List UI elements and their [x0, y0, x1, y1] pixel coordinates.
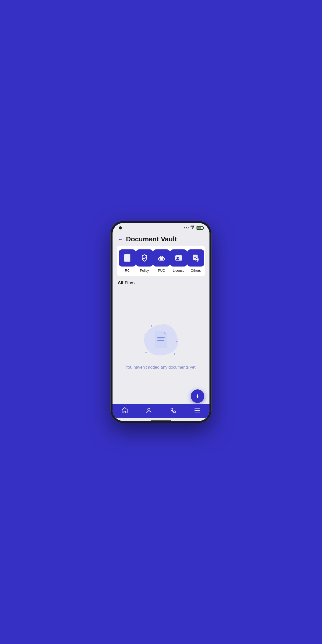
rc-icon-box — [119, 249, 136, 267]
back-button[interactable]: ← — [118, 236, 123, 243]
category-rc[interactable]: RC — [119, 249, 136, 272]
policy-label: Policy — [140, 269, 149, 272]
svg-rect-13 — [180, 257, 181, 257]
svg-rect-17 — [194, 257, 196, 257]
others-icon-box — [187, 249, 204, 267]
puc-icon — [157, 253, 166, 263]
status-right: ⚡ — [184, 226, 203, 230]
svg-rect-3 — [125, 258, 128, 258]
empty-message: You haven't added any documents yet. — [125, 364, 197, 370]
phone-frame: ⚡ ← Document Vault — [110, 221, 212, 423]
bottom-nav — [113, 404, 209, 418]
sparkle-3: ✦ — [145, 351, 147, 354]
status-left — [119, 226, 122, 229]
camera-dot — [119, 226, 122, 229]
svg-rect-14 — [180, 258, 181, 258]
wifi-icon — [190, 226, 195, 230]
nav-profile[interactable] — [145, 407, 152, 414]
add-document-button[interactable]: + — [191, 389, 204, 403]
policy-icon — [140, 253, 149, 263]
main-content: ← Document Vault — [113, 232, 209, 404]
nav-call[interactable] — [170, 407, 177, 414]
home-indicator — [151, 420, 171, 421]
svg-rect-16 — [194, 256, 197, 256]
nav-menu[interactable] — [194, 407, 201, 414]
sparkle-6: ○ — [144, 333, 145, 335]
signal-icon — [184, 227, 189, 228]
others-icon — [191, 253, 200, 263]
svg-rect-22 — [157, 337, 165, 338]
license-icon-box — [170, 249, 187, 267]
svg-rect-2 — [125, 257, 129, 257]
category-others[interactable]: Others — [187, 249, 204, 272]
phone-icon — [170, 407, 177, 414]
page-title: Document Vault — [126, 235, 177, 243]
svg-rect-24 — [157, 340, 164, 341]
svg-point-12 — [177, 257, 179, 259]
rc-label: RC — [125, 269, 130, 272]
category-license[interactable]: License — [170, 249, 187, 272]
svg-point-25 — [148, 408, 150, 410]
empty-state: ✦ ✦ ✦ ✦ ✦ ○ You haven't added any docume… — [113, 288, 209, 404]
license-icon — [174, 253, 183, 263]
sparkle-2: ✦ — [170, 322, 172, 325]
svg-rect-1 — [125, 256, 130, 256]
menu-icon — [194, 407, 201, 414]
status-bar: ⚡ — [113, 223, 209, 232]
sparkle-5: ✦ — [176, 340, 178, 344]
license-label: License — [173, 269, 185, 272]
svg-rect-4 — [125, 259, 128, 259]
profile-icon — [145, 407, 152, 414]
category-container: RC Policy — [117, 246, 205, 276]
rc-icon — [123, 253, 132, 263]
home-icon — [121, 407, 128, 414]
sparkle-4: ✦ — [173, 352, 176, 356]
nav-home[interactable] — [121, 407, 128, 414]
all-files-title: All Files — [113, 279, 209, 288]
header: ← Document Vault — [113, 232, 209, 246]
document-icon-large — [153, 330, 169, 348]
category-policy[interactable]: Policy — [136, 249, 153, 272]
others-label: Others — [191, 269, 201, 272]
policy-icon-box — [136, 249, 153, 267]
empty-illustration: ✦ ✦ ✦ ✦ ✦ ○ — [143, 322, 179, 358]
phone-screen: ⚡ ← Document Vault — [113, 223, 209, 421]
category-puc[interactable]: PUC — [153, 249, 170, 272]
sparkle-1: ✦ — [150, 324, 153, 328]
svg-rect-18 — [194, 257, 196, 258]
battery-icon: ⚡ — [197, 226, 203, 230]
puc-label: PUC — [158, 269, 165, 272]
puc-icon-box — [153, 249, 170, 267]
add-icon: + — [195, 393, 200, 400]
empty-doc-icon — [153, 330, 169, 349]
category-row: RC Policy — [119, 249, 203, 272]
svg-rect-23 — [157, 339, 163, 339]
